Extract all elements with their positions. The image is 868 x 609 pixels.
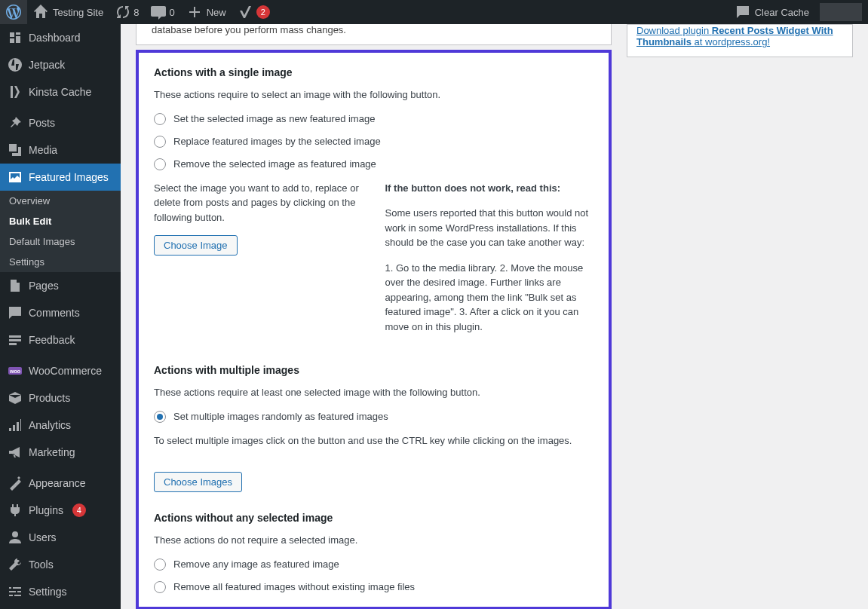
radio-remove-any[interactable]: Remove any image as featured image: [154, 559, 593, 571]
comments-count: 0: [169, 7, 174, 18]
svg-point-3: [12, 531, 18, 537]
menu-tools[interactable]: Tools: [0, 551, 121, 578]
submenu-overview[interactable]: Overview: [0, 191, 121, 211]
marketing-icon: [8, 445, 23, 460]
single-image-desc: These actions require to select an image…: [154, 87, 593, 103]
menu-settings[interactable]: Settings: [0, 578, 121, 605]
sidebar-widget: Download plugin Recent Posts Widget With…: [627, 24, 853, 57]
radio-set-new[interactable]: Set the selected image as new featured i…: [154, 113, 593, 125]
menu-posts[interactable]: Posts: [0, 109, 121, 136]
choose-images-button[interactable]: Choose Images: [154, 472, 242, 492]
home-icon: [33, 5, 48, 20]
menu-label: Featured Images: [29, 171, 109, 183]
yoast[interactable]: 2: [232, 0, 276, 24]
menu-label: Dashboard: [29, 32, 81, 44]
menu-featured-images[interactable]: Featured Images: [0, 164, 121, 191]
choose-image-button[interactable]: Choose Image: [154, 235, 238, 256]
site-name-label: Testing Site: [53, 7, 103, 18]
plus-icon: [187, 5, 202, 20]
menu-comments[interactable]: Comments: [0, 299, 121, 326]
clear-cache-label: Clear Cache: [755, 7, 809, 18]
submenu-bulk-edit[interactable]: Bulk Edit: [0, 211, 121, 231]
updates[interactable]: 8: [109, 0, 145, 24]
menu-feedback[interactable]: Feedback: [0, 326, 121, 353]
users-icon: [8, 530, 23, 545]
radio-label: Remove the selected image as featured im…: [173, 158, 376, 170]
radio-label: Replace featured images by the selected …: [173, 136, 381, 147]
feedback-icon: [8, 332, 23, 347]
menu-label: Posts: [29, 117, 55, 129]
radio-label: Remove any image as featured image: [173, 559, 339, 570]
new-content[interactable]: New: [181, 0, 232, 24]
help-p2: 1. Go to the media library. 2. Move the …: [385, 261, 594, 335]
menu-appearance[interactable]: Appearance: [0, 470, 121, 497]
menu-label: Feedback: [29, 334, 75, 346]
radio-icon: [154, 113, 166, 125]
menu-media[interactable]: Media: [0, 136, 121, 164]
menu-kinsta[interactable]: Kinsta Cache: [0, 78, 121, 106]
content-area: database before you perform mass changes…: [121, 24, 868, 609]
pages-icon: [8, 278, 23, 293]
menu-plugins[interactable]: Plugins4: [0, 497, 121, 524]
menu-label: Users: [29, 531, 57, 543]
pin-icon: [8, 115, 23, 130]
menu-users[interactable]: Users: [0, 524, 121, 551]
user-account[interactable]: [820, 3, 862, 21]
radio-remove-missing[interactable]: Remove all featured images without exist…: [154, 581, 593, 593]
help-heading: If the button does not work, read this:: [385, 182, 561, 194]
submenu-settings[interactable]: Settings: [0, 252, 121, 272]
menu-label: Media: [29, 144, 57, 156]
svg-point-0: [8, 58, 22, 72]
menu-label: Products: [29, 392, 70, 404]
download-plugin-link[interactable]: Download plugin Recent Posts Widget With…: [636, 25, 833, 47]
menu-woocommerce[interactable]: wooWooCommerce: [0, 357, 121, 384]
products-icon: [8, 390, 23, 405]
radio-replace[interactable]: Replace featured images by the selected …: [154, 136, 593, 148]
menu-marketing[interactable]: Marketing: [0, 439, 121, 466]
wp-logo[interactable]: [0, 0, 27, 24]
intro-text: database before you perform mass changes…: [152, 24, 346, 35]
dashboard-icon: [8, 30, 23, 45]
single-image-heading: Actions with a single image: [154, 66, 593, 78]
menu-label: Kinsta Cache: [29, 86, 91, 98]
link-pre: Download plugin: [636, 25, 709, 36]
plugins-icon: [8, 503, 23, 518]
radio-set-multiple[interactable]: Set multiple images randomly as featured…: [154, 411, 593, 423]
clear-cache[interactable]: Clear Cache: [729, 0, 815, 24]
images-icon: [8, 170, 23, 185]
comment-icon: [151, 5, 166, 20]
new-label: New: [207, 7, 226, 18]
admin-bar: Testing Site 8 0 New 2 Clear Cache: [0, 0, 868, 24]
yoast-icon: [238, 5, 253, 20]
yoast-badge: 2: [256, 5, 270, 19]
radio-icon: [154, 136, 166, 148]
menu-label: WooCommerce: [29, 365, 102, 377]
media-icon: [8, 142, 23, 158]
comment-icon: [8, 305, 23, 320]
menu-pages[interactable]: Pages: [0, 272, 121, 299]
menu-analytics[interactable]: Analytics: [0, 412, 121, 439]
radio-icon: [154, 158, 166, 170]
intro-box: database before you perform mass changes…: [136, 24, 612, 45]
menu-label: Tools: [29, 559, 54, 571]
help-p1: Some users reported that this button wou…: [385, 206, 594, 250]
site-name[interactable]: Testing Site: [27, 0, 109, 24]
menu-label: Jetpack: [29, 59, 65, 71]
no-image-heading: Actions without any selected image: [154, 512, 593, 524]
multi-image-heading: Actions with multiple images: [154, 364, 593, 376]
submenu-featured-images: Overview Bulk Edit Default Images Settin…: [0, 191, 121, 272]
comments-bubble[interactable]: 0: [145, 0, 180, 24]
menu-dashboard[interactable]: Dashboard: [0, 24, 121, 51]
radio-icon: [154, 559, 166, 571]
svg-text:woo: woo: [9, 369, 20, 374]
submenu-default-images[interactable]: Default Images: [0, 231, 121, 252]
tools-icon: [8, 557, 23, 572]
menu-jetpack[interactable]: Jetpack: [0, 51, 121, 78]
multi-image-desc: These actions require at least one selec…: [154, 385, 593, 400]
menu-products[interactable]: Products: [0, 384, 121, 412]
analytics-icon: [8, 418, 23, 433]
radio-remove-selected[interactable]: Remove the selected image as featured im…: [154, 158, 593, 170]
radio-label: Set multiple images randomly as featured…: [173, 411, 388, 422]
menu-label: Comments: [29, 307, 80, 319]
menu-label: Appearance: [29, 477, 86, 489]
